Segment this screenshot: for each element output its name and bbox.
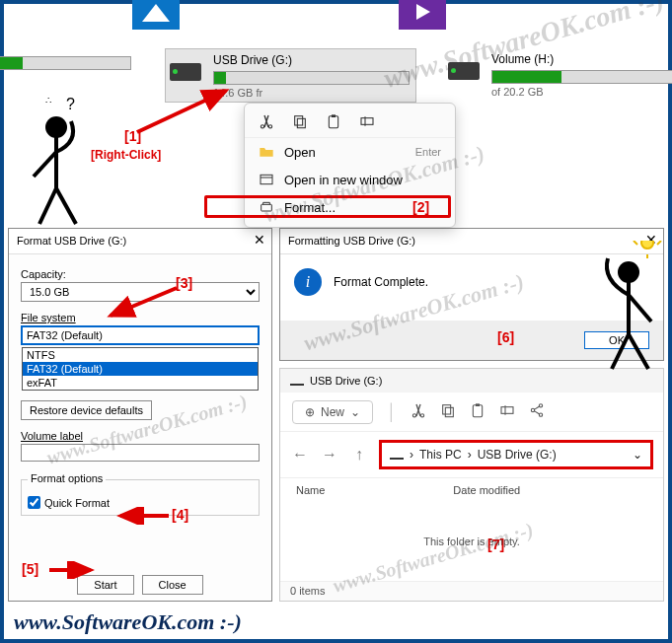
svg-rect-7 [297,118,305,127]
chevron-down-icon: ⌄ [350,405,360,419]
drive-name: USB Drive (G:) [213,53,410,67]
svg-rect-35 [443,404,451,413]
ctx-open-shortcut: Enter [415,146,441,158]
svg-rect-8 [329,116,337,128]
paste-icon[interactable] [470,402,485,422]
ctx-open-new-window[interactable]: Open in new window [245,166,455,193]
format-dialog: Format USB Drive (G:) ✕ Capacity: 15.0 G… [8,228,272,602]
cut-icon[interactable] [411,402,426,422]
forward-button[interactable]: → [320,446,339,464]
chevron-down-icon[interactable]: ⌄ [633,448,642,462]
info-icon: i [294,268,322,296]
volume-label-input[interactable] [21,444,260,462]
explorer-command-bar: ⊕ New ⌄ │ [280,393,663,432]
drive-subtext: 14.6 GB fr [213,87,410,99]
rename-icon[interactable] [499,402,515,422]
drive-glyph-icon [390,458,404,460]
svg-point-34 [420,413,423,416]
drive-name: Volume (H:) [491,52,672,66]
col-date[interactable]: Date modified [453,484,520,496]
ctx-open[interactable]: Open Enter [245,138,455,166]
column-headers: Name Date modified [280,477,663,502]
svg-line-18 [34,152,56,177]
photos-tile-icon [132,0,180,30]
explorer-nav-bar: ← → ↑ › This PC › USB Drive (G:) ⌄ [280,432,663,477]
svg-line-20 [56,188,76,224]
drive-capacity-bar [491,70,672,84]
breadcrumb-drive[interactable]: USB Drive (G:) [478,448,557,462]
svg-rect-36 [445,407,453,416]
ctx-open-new-label: Open in new window [284,173,403,187]
svg-rect-10 [361,118,373,125]
folder-icon [259,144,274,160]
ctx-open-label: Open [284,145,316,160]
close-icon[interactable]: ✕ [254,232,265,248]
fs-option-exfat[interactable]: exFAT [23,376,258,390]
capacity-select[interactable]: 15.0 GB [21,282,260,302]
filesystem-select[interactable]: FAT32 (Default) NTFS FAT32 (Default) exF… [21,325,260,345]
copy-icon[interactable] [440,402,456,422]
drive-icon [170,63,201,81]
msg-text: Format Complete. [334,275,428,289]
drive-capacity-bar [0,56,131,70]
svg-rect-14 [261,204,272,211]
stick-figure-thinking: ? ∴ [22,98,101,236]
drive-item-usb[interactable]: USB Drive (G:) 14.6 GB fr [165,48,416,103]
svg-line-31 [634,241,637,245]
drive-subtext: of 20.2 GB [491,86,672,98]
close-button[interactable]: Close [142,575,203,595]
copy-icon[interactable] [292,113,308,129]
drive-capacity-bar [213,71,410,85]
start-button[interactable]: Start [77,575,133,595]
explorer-title-text: USB Drive (G:) [310,375,382,387]
svg-line-30 [629,334,648,369]
svg-line-45 [534,410,539,413]
empty-folder-text: This folder is empty. [280,536,663,547]
format-icon [259,199,274,215]
new-button-label: New [321,405,344,419]
svg-line-29 [612,334,629,369]
svg-point-4 [261,125,263,128]
explorer-window: USB Drive (G:) ⊕ New ⌄ │ ← → ↑ › This PC… [279,368,664,602]
svg-point-16 [45,116,67,138]
svg-point-5 [268,125,271,128]
drive-icon [448,62,480,80]
drive-item[interactable]: f 9.77 GB [0,48,137,103]
svg-rect-6 [295,116,303,125]
back-button[interactable]: ← [290,446,310,464]
svg-point-33 [412,413,415,416]
ctx-format[interactable]: Format... [245,193,455,221]
drive-glyph-icon [290,384,304,386]
filesystem-dropdown-list: NTFS FAT32 (Default) exFAT [22,347,259,391]
status-bar: 0 items [280,581,663,601]
svg-point-26 [618,261,639,283]
new-button[interactable]: ⊕ New ⌄ [292,400,373,424]
paste-icon[interactable] [326,113,341,129]
cut-icon[interactable] [259,113,274,129]
restore-defaults-button[interactable]: Restore device defaults [21,400,152,420]
fs-option-fat32[interactable]: FAT32 (Default) [23,362,258,376]
up-button[interactable]: ↑ [349,446,369,464]
videos-tile-icon [399,0,446,30]
rename-icon[interactable] [359,113,375,129]
plus-icon: ⊕ [305,405,315,419]
drive-item[interactable]: Volume (H:) of 20.2 GB [444,48,672,103]
share-icon[interactable] [529,402,545,422]
new-window-icon [259,172,274,187]
breadcrumb-this-pc[interactable]: This PC [419,448,462,462]
fs-option-ntfs[interactable]: NTFS [23,348,258,362]
format-options-title: Format options [28,472,106,484]
svg-rect-9 [332,114,336,117]
svg-rect-38 [476,403,480,406]
svg-line-19 [39,188,56,224]
svg-line-32 [657,241,661,245]
quick-format-checkbox[interactable] [28,496,40,509]
svg-line-28 [629,295,651,322]
svg-text:∴: ∴ [45,98,51,106]
address-bar[interactable]: › This PC › USB Drive (G:) ⌄ [379,440,653,469]
volume-label-label: Volume label [21,430,260,442]
svg-rect-12 [261,175,272,183]
context-menu: Open Enter Open in new window Format... [244,103,456,228]
col-name[interactable]: Name [296,484,325,496]
format-dialog-title-text: Format USB Drive (G:) [17,235,126,247]
